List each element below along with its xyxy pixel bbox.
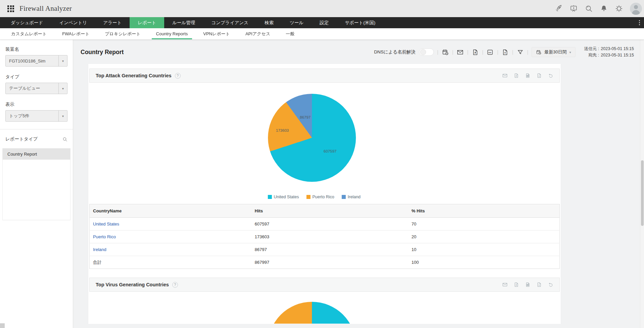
subnav-general[interactable]: 一般 bbox=[278, 28, 302, 39]
svg-text:x: x bbox=[539, 75, 540, 77]
hits-value: 86797 bbox=[251, 243, 408, 256]
nav-item-inventory[interactable]: インベントリ bbox=[51, 17, 95, 28]
nav-item-settings[interactable]: 設定 bbox=[312, 17, 337, 28]
legend-item-ireland[interactable]: Ireland bbox=[342, 195, 361, 199]
subnav-custom-reports[interactable]: カスタムレポート bbox=[3, 28, 54, 39]
user-avatar[interactable] bbox=[630, 3, 642, 15]
svg-text:x: x bbox=[504, 51, 506, 54]
email-icon[interactable] bbox=[502, 73, 508, 78]
pct-value: 70 bbox=[408, 218, 560, 231]
header-actions bbox=[554, 3, 639, 15]
device-select-value: FGT100D186_Sim bbox=[6, 55, 58, 66]
page-scrollbar[interactable] bbox=[640, 40, 644, 328]
subnav-vpn-reports[interactable]: VPNレポート bbox=[195, 28, 238, 39]
chart-legend: United States Puerto Rico Ireland bbox=[268, 195, 361, 199]
sidebar-divider bbox=[0, 129, 73, 129]
card-virus-countries-header: Top Virus Generating Countries ? A x bbox=[89, 278, 560, 292]
nav-item-reports[interactable]: レポート bbox=[130, 17, 164, 28]
country-link-puerto-rico[interactable]: Puerto Rico bbox=[93, 234, 116, 239]
legend-item-united-states[interactable]: United States bbox=[268, 195, 299, 199]
table-row: United States 607597 70 bbox=[90, 218, 560, 231]
dns-resolve-label: DNSによる名前解決 bbox=[374, 49, 416, 55]
table-row: Puerto Rico 173603 20 bbox=[90, 231, 560, 243]
export-csv-icon[interactable] bbox=[525, 282, 531, 287]
chevron-down-icon: ▾ bbox=[58, 111, 67, 121]
country-link-ireland[interactable]: Ireland bbox=[93, 247, 106, 252]
top-n-select[interactable]: トップ5件 ▾ bbox=[5, 110, 67, 122]
to-label: 宛先 : bbox=[584, 52, 599, 58]
main-nav: ダッシュボード インベントリ アラート レポート ルール管理 コンプライアンス … bbox=[0, 17, 644, 28]
svg-text:A: A bbox=[516, 284, 517, 286]
country-link-united-states[interactable]: United States bbox=[93, 221, 119, 227]
page-scrollbar-thumb[interactable] bbox=[641, 160, 644, 226]
export-excel-icon[interactable]: x bbox=[537, 282, 542, 287]
email-report-icon[interactable] bbox=[457, 49, 464, 56]
col-hits: Hits bbox=[251, 204, 408, 218]
legend-item-puerto-rico[interactable]: Puerto Rico bbox=[306, 195, 334, 199]
export-pdf-icon[interactable]: A bbox=[514, 282, 519, 287]
search-icon[interactable] bbox=[585, 4, 593, 13]
export-excel-icon[interactable]: x bbox=[537, 73, 542, 78]
export-pdf-icon[interactable]: A bbox=[472, 49, 479, 56]
to-value: 2023-05-31 15:15 bbox=[601, 52, 634, 58]
calendar-icon bbox=[536, 49, 542, 55]
from-label: 送信元 : bbox=[584, 46, 599, 52]
nav-overflow-menu-icon[interactable] bbox=[635, 17, 644, 28]
nav-item-rule-management[interactable]: ルール管理 bbox=[164, 17, 203, 28]
filter-icon[interactable] bbox=[517, 49, 524, 56]
app-title: Firewall Analyzer bbox=[19, 4, 72, 13]
top-n-select-value: トップ5件 bbox=[6, 111, 58, 121]
gear-icon[interactable] bbox=[615, 4, 623, 13]
help-icon[interactable]: ? bbox=[175, 73, 181, 79]
card-title: Top Virus Generating Countries bbox=[96, 282, 169, 287]
pie-chart-attack-countries[interactable]: 607597 173603 86797 bbox=[268, 94, 356, 182]
subnav-fwa-reports[interactable]: FWAレポート bbox=[54, 28, 97, 39]
nav-item-alerts[interactable]: アラート bbox=[95, 17, 130, 28]
email-icon[interactable] bbox=[502, 282, 508, 287]
legend-swatch bbox=[306, 195, 310, 199]
export-pdf-icon[interactable]: A bbox=[514, 73, 519, 78]
export-excel-icon[interactable]: x bbox=[502, 49, 509, 56]
subnav-country-reports[interactable]: Country Reports bbox=[148, 28, 196, 39]
subnav-proxy-reports[interactable]: プロキシレポート bbox=[97, 28, 148, 39]
rocket-icon[interactable] bbox=[554, 4, 563, 13]
export-csv-icon[interactable] bbox=[525, 73, 531, 78]
presentation-play-icon[interactable] bbox=[569, 4, 578, 13]
pie-chart-virus-countries[interactable] bbox=[268, 302, 356, 324]
dns-resolve-toggle[interactable] bbox=[419, 48, 434, 56]
report-search-icon[interactable] bbox=[62, 137, 67, 142]
apps-grid-icon[interactable] bbox=[7, 5, 14, 12]
view-type-select[interactable]: テーブルビュー ▾ bbox=[5, 83, 67, 94]
slice-value-ireland: 86797 bbox=[300, 115, 311, 119]
nav-item-support[interactable]: サポート(米国) bbox=[337, 17, 383, 28]
device-select[interactable]: FGT100D186_Sim ▾ bbox=[5, 55, 67, 67]
help-icon[interactable]: ? bbox=[172, 282, 178, 288]
sidebar: 装置名 FGT100D186_Sim ▾ タイプ テーブルビュー ▾ 表示 トッ… bbox=[0, 40, 73, 328]
subnav-api-access[interactable]: APIアクセス bbox=[238, 28, 278, 39]
refresh-icon[interactable] bbox=[548, 73, 553, 78]
period-selector-value: 最新30日間 bbox=[544, 49, 566, 55]
page-header: Country Report DNSによる名前解決 | | | A bbox=[73, 40, 644, 58]
bell-icon[interactable] bbox=[600, 4, 608, 13]
period-selector[interactable]: 最新30日間 ▾ bbox=[532, 47, 576, 57]
hits-value: 173603 bbox=[251, 231, 408, 243]
nav-item-search[interactable]: 検索 bbox=[257, 17, 282, 28]
report-type-label: レポートタイプ bbox=[5, 136, 38, 142]
report-list-item-country-report[interactable]: Country Report bbox=[3, 149, 70, 160]
svg-text:A: A bbox=[474, 51, 476, 54]
card-attack-countries-header: Top Attack Generating Countries ? A x bbox=[89, 69, 560, 83]
refresh-icon[interactable] bbox=[548, 282, 553, 287]
col-country-name: CountryName bbox=[90, 204, 251, 218]
from-value: 2023-05-01 15:15 bbox=[601, 46, 634, 52]
virus-countries-chart bbox=[89, 292, 560, 324]
nav-item-dashboard[interactable]: ダッシュボード bbox=[3, 17, 51, 28]
hits-value: 607597 bbox=[251, 218, 408, 231]
country-report-table: CountryName Hits % Hits United States 60… bbox=[89, 204, 560, 269]
nav-item-tools[interactable]: ツール bbox=[282, 17, 312, 28]
chevron-down-icon: ▾ bbox=[58, 83, 67, 94]
schedule-report-icon[interactable] bbox=[442, 49, 449, 56]
nav-item-compliance[interactable]: コンプライアンス bbox=[203, 17, 257, 28]
export-csv-icon[interactable]: csv bbox=[487, 49, 494, 56]
app-header: Firewall Analyzer bbox=[0, 0, 644, 17]
chevron-down-icon: ▾ bbox=[569, 50, 571, 54]
